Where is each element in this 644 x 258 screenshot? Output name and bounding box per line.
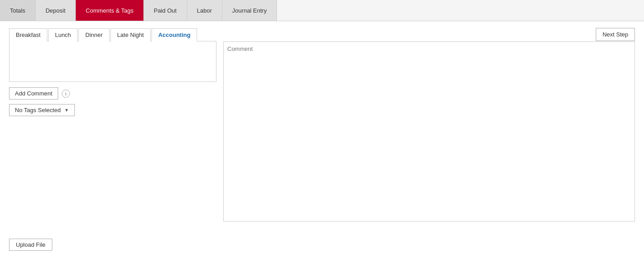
tab-dinner[interactable]: Dinner xyxy=(78,28,109,41)
tags-select-button[interactable]: No Tags Selected ▼ xyxy=(9,104,75,116)
tab-accounting[interactable]: Accounting xyxy=(152,28,198,41)
chevron-down-icon: ▼ xyxy=(64,108,69,113)
tab-paid-out[interactable]: Paid Out xyxy=(144,0,187,21)
inner-tabs: Breakfast Lunch Dinner Late Night Accoun… xyxy=(9,28,216,41)
tab-breakfast[interactable]: Breakfast xyxy=(9,28,47,41)
comment-box-wrapper xyxy=(223,41,635,222)
tab-comments-tags[interactable]: Comments & Tags xyxy=(76,0,144,21)
tab-lunch[interactable]: Lunch xyxy=(48,28,78,41)
top-nav: Totals Deposit Comments & Tags Paid Out … xyxy=(0,0,644,21)
info-icon: i xyxy=(62,90,70,98)
columns-layout: Add Comment i No Tags Selected ▼ xyxy=(9,41,635,222)
add-comment-button[interactable]: Add Comment xyxy=(9,87,58,100)
tab-totals[interactable]: Totals xyxy=(0,0,36,21)
left-column: Add Comment i No Tags Selected ▼ xyxy=(9,41,216,222)
add-comment-area: Add Comment i xyxy=(9,87,216,100)
comment-list-panel xyxy=(9,41,216,82)
next-step-button[interactable]: Next Step xyxy=(596,28,635,41)
tab-journal-entry[interactable]: Journal Entry xyxy=(222,0,277,21)
tab-deposit[interactable]: Deposit xyxy=(36,0,76,21)
upload-section: Upload File xyxy=(9,230,635,251)
upload-file-button[interactable]: Upload File xyxy=(9,239,52,251)
tags-select-label: No Tags Selected xyxy=(15,107,61,113)
right-column xyxy=(223,41,635,222)
tab-labor[interactable]: Labor xyxy=(187,0,222,21)
tags-dropdown: No Tags Selected ▼ xyxy=(9,104,216,116)
tab-late-night[interactable]: Late Night xyxy=(110,28,151,41)
comment-textarea[interactable] xyxy=(224,42,635,221)
main-content: Next Step Breakfast Lunch Dinner Late Ni… xyxy=(0,21,644,258)
comment-list-area xyxy=(9,41,216,75)
